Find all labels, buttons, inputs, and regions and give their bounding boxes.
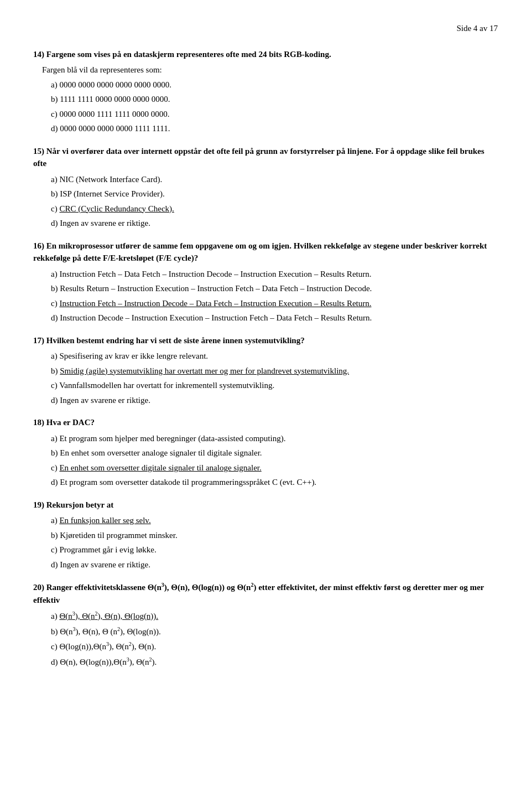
- answer-item-q14-1: b) 1111 1111 0000 0000 0000 0000.: [51, 93, 498, 106]
- answer-list-q19: a) En funksjon kaller seg selv.b) Kjøret…: [33, 514, 498, 571]
- answer-item-q17-3: d) Ingen av svarene er riktige.: [51, 394, 498, 407]
- page-header: Side 4 av 17: [33, 22, 498, 35]
- answer-item-q16-2: c) Instruction Fetch – Instruction Decod…: [51, 297, 498, 310]
- question-title-q16: 16) En mikroprosessor utfører de samme f…: [33, 240, 498, 265]
- question-title-q17: 17) Hvilken bestemt endring har vi sett …: [33, 334, 498, 347]
- answer-item-q20-0: a) Θ(n3), Θ(n2), Θ(n), Θ(log(n)).: [51, 609, 498, 623]
- answer-item-q17-0: a) Spesifisering av krav er ikke lengre …: [51, 350, 498, 363]
- question-q15: 15) Når vi overfører data over internett…: [33, 145, 498, 230]
- answer-list-q16: a) Instruction Fetch – Data Fetch – Inst…: [33, 268, 498, 324]
- answer-item-q19-1: b) Kjøretiden til programmet minsker.: [51, 529, 498, 542]
- answer-list-q17: a) Spesifisering av krav er ikke lengre …: [33, 350, 498, 406]
- answer-item-q20-3: d) Θ(n), Θ(log(n)),Θ(n3), Θ(n2).: [51, 655, 498, 669]
- answer-item-q18-3: d) Et program som oversetter datakode ti…: [51, 476, 498, 489]
- answer-list-q18: a) Et program som hjelper med beregninge…: [33, 432, 498, 489]
- answer-item-q15-3: d) Ingen av svarene er riktige.: [51, 217, 498, 230]
- page-number: Side 4 av 17: [456, 24, 498, 33]
- question-q18: 18) Hva er DAC?a) Et program som hjelper…: [33, 416, 498, 489]
- answer-item-q16-1: b) Results Return – Instruction Executio…: [51, 282, 498, 295]
- answer-item-q14-0: a) 0000 0000 0000 0000 0000 0000.: [51, 79, 498, 91]
- answer-item-q17-2: c) Vannfallsmodellen har overtatt for in…: [51, 379, 498, 392]
- answer-list-q15: a) NIC (Network Interface Card).b) ISP (…: [33, 173, 498, 230]
- question-title-q20: 20) Ranger effektivitetsklassene Θ(n3), …: [33, 581, 498, 606]
- answer-list-q20: a) Θ(n3), Θ(n2), Θ(n), Θ(log(n)).b) Θ(n3…: [33, 609, 498, 668]
- answer-item-q15-0: a) NIC (Network Interface Card).: [51, 173, 498, 186]
- question-q19: 19) Rekursjon betyr ata) En funksjon kal…: [33, 499, 498, 571]
- answer-item-q20-1: b) Θ(n3), Θ(n), Θ (n2), Θ(log(n)).: [51, 625, 498, 638]
- answer-item-q14-3: d) 0000 0000 0000 0000 1111 1111.: [51, 122, 498, 135]
- answer-item-q20-2: c) Θ(log(n)),Θ(n3), Θ(n2), Θ(n).: [51, 640, 498, 653]
- answer-item-q15-2: c) CRC (Cyclic Redundancy Check).: [51, 203, 498, 215]
- question-q16: 16) En mikroprosessor utfører de samme f…: [33, 240, 498, 324]
- answer-item-q17-1: b) Smidig (agile) systemutvikling har ov…: [51, 365, 498, 377]
- answer-item-q19-3: d) Ingen av svarene er riktige.: [51, 558, 498, 571]
- answer-item-q18-1: b) En enhet som oversetter analoge signa…: [51, 447, 498, 459]
- answer-item-q19-0: a) En funksjon kaller seg selv.: [51, 514, 498, 527]
- question-q20: 20) Ranger effektivitetsklassene Θ(n3), …: [33, 581, 498, 668]
- question-title-q14: 14) Fargene som vises på en dataskjerm r…: [33, 48, 498, 61]
- question-subtitle-q14: Fargen blå vil da representeres som:: [33, 64, 498, 76]
- answer-item-q16-0: a) Instruction Fetch – Data Fetch – Inst…: [51, 268, 498, 281]
- answer-list-q14: a) 0000 0000 0000 0000 0000 0000.b) 1111…: [33, 79, 498, 135]
- question-q17: 17) Hvilken bestemt endring har vi sett …: [33, 334, 498, 407]
- answer-item-q14-2: c) 0000 0000 1111 1111 0000 0000.: [51, 108, 498, 121]
- question-title-q15: 15) Når vi overfører data over internett…: [33, 145, 498, 170]
- answer-item-q18-0: a) Et program som hjelper med beregninge…: [51, 432, 498, 445]
- answer-item-q15-1: b) ISP (Internet Service Provider).: [51, 188, 498, 200]
- answer-item-q16-3: d) Instruction Decode – Instruction Exec…: [51, 312, 498, 324]
- question-title-q19: 19) Rekursjon betyr at: [33, 499, 498, 511]
- answer-item-q19-2: c) Programmet går i evig løkke.: [51, 544, 498, 556]
- question-title-q18: 18) Hva er DAC?: [33, 416, 498, 429]
- answer-item-q18-2: c) En enhet som oversetter digitale sign…: [51, 462, 498, 474]
- question-q14: 14) Fargene som vises på en dataskjerm r…: [33, 48, 498, 135]
